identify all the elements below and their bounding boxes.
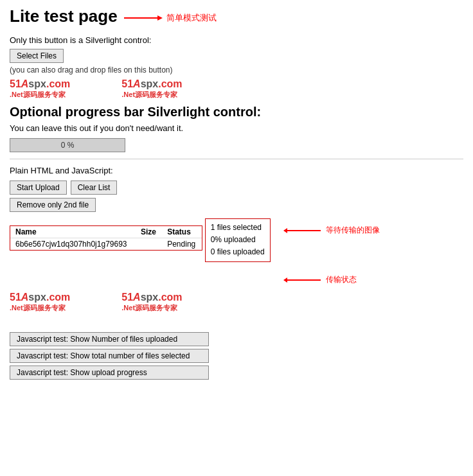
anno-files-text: 等待传输的图像: [326, 225, 380, 236]
title-annotation-text: 简单模式测试: [166, 12, 217, 24]
watermark-4: 51Aspx.com .Net源码服务专家: [121, 292, 182, 313]
title-row: Lite test page 简单模式测试: [10, 6, 463, 29]
table-row: 6b6e567cjw1dq307hh0j1g79693 Pending: [10, 238, 202, 251]
col-status: Status: [162, 226, 202, 238]
file-size: [136, 238, 162, 251]
arrow-status-icon: [283, 275, 322, 285]
status-box: 1 files selected 0% uploaded 0 files upl…: [205, 218, 271, 262]
watermark-brand-2: 51Aspx.com: [121, 78, 182, 90]
page-title: Lite test page: [10, 6, 118, 26]
watermark-3: 51Aspx.com .Net源码服务专家: [10, 292, 70, 313]
js-test-btn-3[interactable]: Javascript test: Show upload progress: [10, 366, 209, 380]
js-test-btn-1[interactable]: Javascript test: Show Number of files up…: [10, 332, 209, 346]
drag-note: (you can also drag and drop files on thi…: [10, 66, 463, 75]
status-line-1: 1 files selected: [211, 222, 265, 234]
progress-text: 0 %: [61, 141, 75, 150]
anno-files: 等待传输的图像: [283, 225, 380, 236]
watermark-brand-1: 51Aspx.com: [10, 78, 70, 90]
optional-heading: Optional progress bar Silverlight contro…: [10, 105, 463, 119]
plain-html-section: Plain HTML and JavaScript: Start Upload …: [10, 166, 463, 313]
upload-buttons-row: Start Upload Clear List: [10, 181, 463, 195]
svg-marker-1: [157, 15, 163, 21]
js-test-btn-2[interactable]: Javascript test: Show total number of fi…: [10, 349, 209, 363]
file-status: Pending: [162, 238, 202, 251]
col-size: Size: [136, 226, 162, 238]
remove-2nd-file-button[interactable]: Remove only 2nd file: [10, 198, 96, 212]
status-line-2: 0% uploaded: [211, 234, 265, 246]
progress-bar: 0 %: [10, 138, 125, 152]
watermark-row: 51Aspx.com .Net源码服务专家 51Aspx.com .Net源码服…: [10, 78, 463, 100]
leave-out-text: You can leave this out if you don't need…: [10, 123, 463, 133]
divider: [10, 159, 463, 159]
title-annotation: 简单模式测试: [124, 12, 217, 24]
file-table-container: Name Size Status 6b6e567cjw1dq307hh0j1g7…: [10, 225, 202, 251]
anno-status: 传输状态: [283, 274, 380, 285]
svg-marker-5: [283, 278, 287, 283]
watermark-2: 51Aspx.com .Net源码服务专家: [121, 78, 182, 100]
clear-list-button[interactable]: Clear List: [71, 181, 118, 195]
svg-marker-3: [283, 228, 287, 233]
watermark-1: 51Aspx.com .Net源码服务专家: [10, 78, 70, 100]
anno-status-text: 传输状态: [326, 274, 357, 285]
watermark-row-2: 51Aspx.com .Net源码服务专家 51Aspx.com .Net源码服…: [10, 292, 463, 313]
arrow-files-icon: [283, 225, 322, 236]
file-table: Name Size Status 6b6e567cjw1dq307hh0j1g7…: [10, 226, 202, 250]
status-line-3: 0 files uploaded: [211, 246, 265, 258]
remove-button-row: Remove only 2nd file: [10, 198, 463, 212]
file-name: 6b6e567cjw1dq307hh0j1g79693: [10, 238, 136, 251]
select-files-button[interactable]: Select Files: [10, 49, 64, 63]
start-upload-button[interactable]: Start Upload: [10, 181, 67, 195]
bottom-buttons: Javascript test: Show Number of files up…: [10, 332, 463, 380]
watermark-sub-2: .Net源码服务专家: [121, 90, 177, 100]
watermark-sub-1: .Net源码服务专家: [10, 90, 66, 100]
arrow-icon: [124, 13, 163, 23]
silverlight-label: Only this button is a Silverlight contro…: [10, 35, 463, 45]
col-name: Name: [10, 226, 136, 238]
plain-html-label: Plain HTML and JavaScript:: [10, 166, 463, 175]
